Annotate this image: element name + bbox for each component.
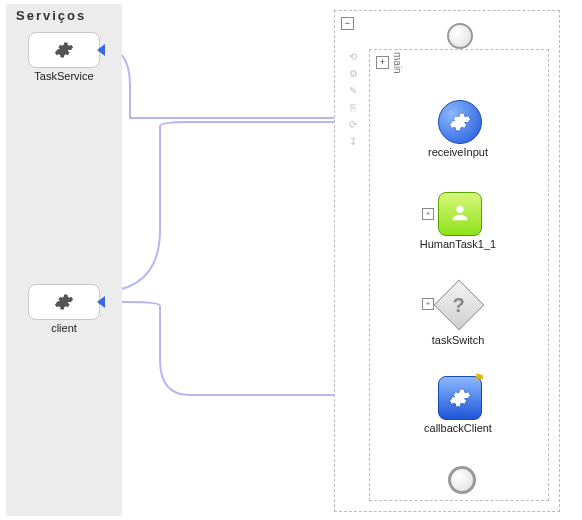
expand-toggle[interactable]: +	[376, 56, 389, 69]
scope-toolbar: ⟲ ⚙ ✎ ⎘ ⟳ ↧	[345, 49, 361, 148]
end-event[interactable]	[448, 466, 476, 494]
node-callback-client[interactable]: ⚑	[438, 376, 482, 420]
toolbar-btn-5[interactable]: ⟳	[346, 117, 360, 131]
user-icon	[449, 202, 471, 226]
node-human-task-label: HumanTask1_1	[398, 238, 518, 250]
process-scope-outer[interactable]: − ⟲ ⚙ ✎ ⎘ ⟳ ↧ + main receiveInput +	[334, 10, 560, 512]
collapse-toggle[interactable]: −	[341, 17, 354, 30]
expand-badge[interactable]: +	[422, 208, 434, 220]
services-panel-title: Serviços	[6, 4, 122, 29]
question-icon: ?	[453, 294, 465, 317]
flag-icon: ⚑	[474, 371, 485, 385]
service-client-label: client	[14, 322, 114, 334]
toolbar-btn-6[interactable]: ↧	[346, 134, 360, 148]
toolbar-btn-2[interactable]: ⚙	[346, 66, 360, 80]
node-receive-input-label: receiveInput	[398, 146, 518, 158]
gear-icon	[449, 387, 471, 409]
diagram-canvas: Serviços TaskService client − ⟲ ⚙ ✎ ⎘ ⟳	[0, 0, 582, 520]
gear-icon	[54, 292, 74, 312]
gear-icon	[449, 111, 471, 133]
gear-icon	[54, 40, 74, 60]
toolbar-btn-4[interactable]: ⎘	[346, 100, 360, 114]
toolbar-btn-1[interactable]: ⟲	[346, 49, 360, 63]
process-scope-main-label: main	[392, 52, 403, 74]
service-port-icon	[97, 296, 105, 308]
expand-badge[interactable]: +	[422, 298, 434, 310]
process-scope-main[interactable]: + main receiveInput + HumanTask1_1 + ?	[369, 49, 549, 501]
node-human-task[interactable]	[438, 192, 482, 236]
services-panel: Serviços TaskService client	[6, 4, 122, 516]
node-task-switch[interactable]: ?	[436, 282, 482, 328]
service-port-icon	[97, 44, 105, 56]
service-task-service-label: TaskService	[14, 70, 114, 82]
start-event[interactable]	[447, 23, 473, 49]
node-receive-input[interactable]	[438, 100, 482, 144]
node-callback-client-label: callbackClient	[398, 422, 518, 434]
service-client[interactable]	[28, 284, 100, 320]
node-task-switch-label: taskSwitch	[398, 334, 518, 346]
service-task-service[interactable]	[28, 32, 100, 68]
toolbar-btn-3[interactable]: ✎	[346, 83, 360, 97]
